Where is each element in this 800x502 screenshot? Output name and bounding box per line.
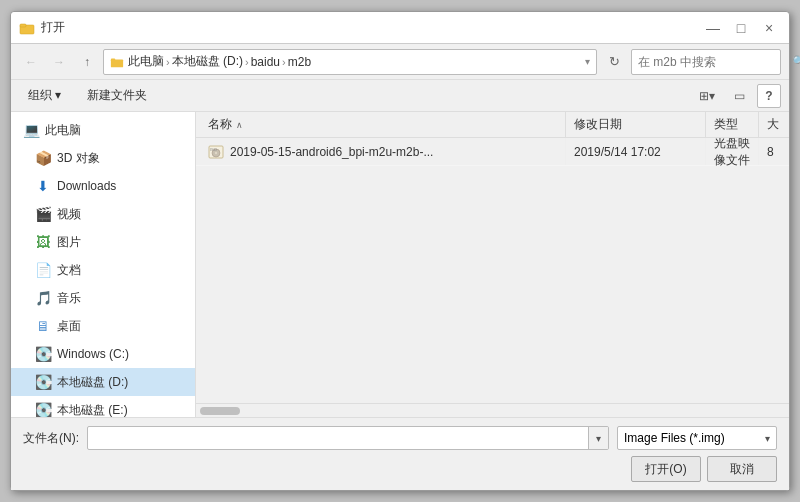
3d-icon: 📦 [35, 150, 51, 166]
cell-date: 2019/5/14 17:02 [566, 138, 706, 165]
documents-icon: 📄 [35, 262, 51, 278]
action-row: 打开(O) 取消 [23, 456, 777, 482]
sidebar-label-documents: 文档 [57, 262, 81, 279]
action-bar-right: ⊞▾ ▭ ? [693, 84, 781, 108]
music-icon: 🎵 [35, 290, 51, 306]
breadcrumb: 此电脑 › 本地磁盘 (D:) › baidu › m2b [128, 53, 311, 70]
bottom-bar: 文件名(N): ▾ Image Files (*.img) ▾ 打开(O) 取消 [11, 417, 789, 490]
svg-point-6 [215, 151, 217, 153]
videos-icon: 🎬 [35, 206, 51, 222]
search-input[interactable] [638, 55, 788, 69]
up-button[interactable]: ↑ [75, 50, 99, 74]
bc-part-4: m2b [288, 55, 311, 69]
close-button[interactable]: × [757, 18, 781, 38]
sidebar-item-pictures[interactable]: 🖼 图片 [11, 228, 195, 256]
filename-row: 文件名(N): ▾ Image Files (*.img) ▾ [23, 426, 777, 450]
title-bar-left: 打开 [19, 19, 65, 36]
sidebar-label-pictures: 图片 [57, 234, 81, 251]
address-bar[interactable]: 此电脑 › 本地磁盘 (D:) › baidu › m2b ▾ [103, 49, 597, 75]
sidebar-item-local-e[interactable]: 💽 本地磁盘 (E:) [11, 396, 195, 417]
file-area: 名称 ∧ 修改日期 类型 大 [196, 112, 789, 417]
filetype-select[interactable]: Image Files (*.img) ▾ [617, 426, 777, 450]
sidebar-item-videos[interactable]: 🎬 视频 [11, 200, 195, 228]
sort-arrow-name: ∧ [236, 120, 243, 130]
iso-file-icon: ISO [208, 144, 224, 160]
search-box[interactable]: 🔍 [631, 49, 781, 75]
title-bar: 打开 — □ × [11, 12, 789, 44]
sidebar-label-downloads: Downloads [57, 179, 116, 193]
filename-input[interactable] [88, 431, 588, 445]
drive-e-icon: 💽 [35, 402, 51, 417]
file-name-text: 2019-05-15-android6_bpi-m2u-m2b-... [230, 145, 433, 159]
sidebar-label-music: 音乐 [57, 290, 81, 307]
open-file-dialog: 打开 — □ × ← → ↑ 此电脑 › 本地磁盘 (D:) › baidu › [10, 11, 790, 491]
sidebar-item-documents[interactable]: 📄 文档 [11, 256, 195, 284]
sidebar-label-videos: 视频 [57, 206, 81, 223]
sidebar-label-desktop: 桌面 [57, 318, 81, 335]
help-button[interactable]: ? [757, 84, 781, 108]
svg-text:ISO: ISO [210, 147, 217, 152]
col-header-date: 修改日期 [566, 112, 706, 137]
organize-button[interactable]: 组织 ▾ [19, 84, 70, 108]
sidebar-label-3d: 3D 对象 [57, 150, 100, 167]
search-icon: 🔍 [792, 55, 800, 68]
title-controls: — □ × [701, 18, 781, 38]
pictures-icon: 🖼 [35, 234, 51, 250]
sidebar-item-desktop[interactable]: 🖥 桌面 [11, 312, 195, 340]
sidebar-item-local-d[interactable]: 💽 本地磁盘 (D:) [11, 368, 195, 396]
minimize-button[interactable]: — [701, 18, 725, 38]
view-toggle-button[interactable]: ⊞▾ [693, 84, 721, 108]
bc-part-3: baidu [251, 55, 280, 69]
sidebar-item-windows-c[interactable]: 💽 Windows (C:) [11, 340, 195, 368]
maximize-button[interactable]: □ [729, 18, 753, 38]
file-list-header: 名称 ∧ 修改日期 类型 大 [196, 112, 789, 138]
sidebar-label-this-pc: 此电脑 [45, 122, 81, 139]
cell-type: 光盘映像文件 [706, 138, 759, 165]
bc-part-2: 本地磁盘 (D:) [172, 53, 243, 70]
sidebar-item-this-pc[interactable]: 💻 此电脑 [11, 116, 195, 144]
sidebar-item-3d[interactable]: 📦 3D 对象 [11, 144, 195, 172]
hscroll-thumb [200, 407, 240, 415]
downloads-icon: ⬇ [35, 178, 51, 194]
cancel-button[interactable]: 取消 [707, 456, 777, 482]
filetype-label: Image Files (*.img) [624, 431, 725, 445]
folder-icon [19, 20, 35, 36]
filename-dropdown-button[interactable]: ▾ [588, 427, 608, 449]
dialog-title: 打开 [41, 19, 65, 36]
back-button[interactable]: ← [19, 50, 43, 74]
bc-part-1: 此电脑 [128, 53, 164, 70]
sidebar-label-local-e: 本地磁盘 (E:) [57, 402, 128, 418]
table-row[interactable]: ISO 2019-05-15-android6_bpi-m2u-m2b-... … [196, 138, 789, 166]
filename-input-container: ▾ [87, 426, 609, 450]
drive-c-icon: 💽 [35, 346, 51, 362]
drive-d-icon: 💽 [35, 374, 51, 390]
sidebar: 💻 此电脑 📦 3D 对象 ⬇ Downloads 🎬 视频 🖼 图片 📄 [11, 112, 196, 417]
cell-size: 8 [759, 138, 789, 165]
sidebar-label-windows-c: Windows (C:) [57, 347, 129, 361]
filetype-chevron-icon: ▾ [765, 433, 770, 444]
svg-rect-3 [111, 58, 115, 61]
cell-name: ISO 2019-05-15-android6_bpi-m2u-m2b-... [196, 138, 566, 165]
main-content: 💻 此电脑 📦 3D 对象 ⬇ Downloads 🎬 视频 🖼 图片 📄 [11, 112, 789, 417]
new-folder-button[interactable]: 新建文件夹 [78, 84, 156, 108]
filename-label: 文件名(N): [23, 430, 79, 447]
col-header-name: 名称 ∧ [196, 112, 566, 137]
address-folder-icon [110, 55, 124, 69]
action-bar: 组织 ▾ 新建文件夹 ⊞▾ ▭ ? [11, 80, 789, 112]
sidebar-item-downloads[interactable]: ⬇ Downloads [11, 172, 195, 200]
forward-button[interactable]: → [47, 50, 71, 74]
col-header-type: 类型 [706, 112, 759, 137]
desktop-icon: 🖥 [35, 318, 51, 334]
preview-pane-button[interactable]: ▭ [725, 84, 753, 108]
toolbar: ← → ↑ 此电脑 › 本地磁盘 (D:) › baidu › m2b ▾ ↻ … [11, 44, 789, 80]
svg-rect-1 [20, 24, 26, 27]
pc-icon: 💻 [23, 122, 39, 138]
horizontal-scrollbar[interactable] [196, 403, 789, 417]
address-dropdown-icon: ▾ [585, 56, 590, 67]
sidebar-item-music[interactable]: 🎵 音乐 [11, 284, 195, 312]
col-header-size: 大 [759, 112, 789, 137]
open-button[interactable]: 打开(O) [631, 456, 701, 482]
refresh-button[interactable]: ↻ [601, 49, 627, 75]
sidebar-label-local-d: 本地磁盘 (D:) [57, 374, 128, 391]
file-list-body: ISO 2019-05-15-android6_bpi-m2u-m2b-... … [196, 138, 789, 403]
